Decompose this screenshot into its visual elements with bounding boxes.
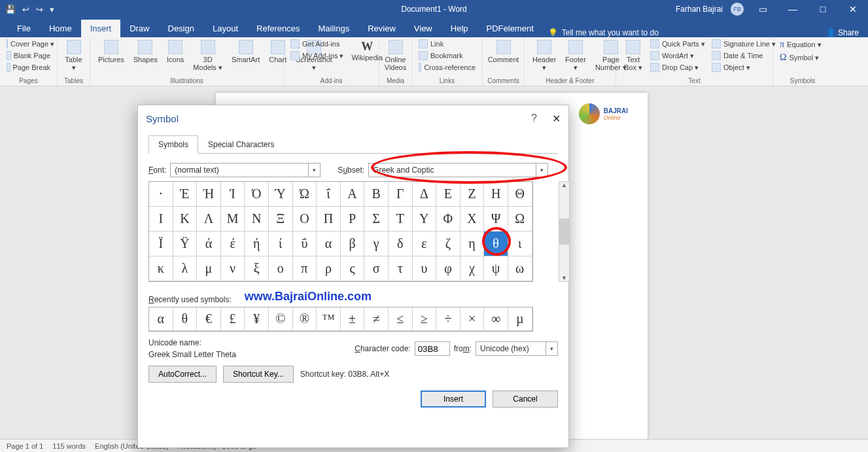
recent-symbol-cell[interactable]: ©: [269, 307, 293, 331]
online-videos-button[interactable]: Online Videos: [385, 39, 406, 73]
symbol-cell[interactable]: Υ: [413, 207, 437, 232]
qat-more-icon[interactable]: ▾: [50, 5, 54, 14]
tab-references[interactable]: References: [247, 20, 309, 37]
symbol-cell[interactable]: Ω: [508, 207, 532, 232]
equation-button[interactable]: πEquation ▾: [778, 39, 827, 50]
from-dropdown[interactable]: Unicode (hex) ▾: [476, 341, 558, 356]
my-addins-button[interactable]: My Add-ins ▾: [289, 50, 345, 61]
tab-symbols[interactable]: Symbols: [148, 135, 198, 154]
symbol-cell[interactable]: ΐ: [317, 182, 341, 207]
symbol-cell[interactable]: υ: [413, 256, 437, 281]
drop-cap-button[interactable]: Drop Cap ▾: [649, 62, 706, 73]
symbol-cell[interactable]: Ϊ: [149, 232, 173, 256]
symbol-cell[interactable]: ο: [269, 256, 293, 281]
symbol-cell[interactable]: ά: [197, 232, 221, 256]
blank-page-button[interactable]: Blank Page: [5, 50, 52, 61]
help-button[interactable]: ?: [531, 113, 537, 124]
symbol-cell[interactable]: Ϋ: [173, 232, 198, 256]
symbol-cell[interactable]: Ν: [245, 207, 269, 232]
cover-page-button[interactable]: Cover Page ▾: [5, 39, 52, 49]
symbol-cell[interactable]: χ: [460, 256, 485, 281]
symbol-cell[interactable]: Δ: [413, 182, 437, 207]
tab-draw[interactable]: Draw: [120, 20, 158, 37]
table-button[interactable]: Table▾: [63, 39, 84, 73]
symbol-cell[interactable]: δ: [389, 232, 413, 256]
quick-parts-button[interactable]: Quick Parts ▾: [649, 39, 706, 49]
recent-symbol-cell[interactable]: ≤: [389, 307, 413, 331]
symbol-cell[interactable]: Έ: [173, 182, 198, 207]
symbol-cell[interactable]: τ: [389, 256, 413, 281]
recent-symbol-cell[interactable]: ±: [341, 307, 365, 331]
get-addins-button[interactable]: Get Add-ins: [289, 39, 345, 49]
symbol-cell[interactable]: Ο: [293, 207, 317, 232]
symbol-cell[interactable]: λ: [173, 256, 198, 281]
pictures-button[interactable]: Pictures: [95, 39, 127, 65]
cancel-button[interactable]: Cancel: [493, 391, 558, 408]
symbol-cell[interactable]: ί: [269, 232, 293, 256]
shapes-button[interactable]: Shapes: [131, 39, 160, 65]
status-page[interactable]: Page 1 of 1: [7, 442, 43, 450]
symbol-cell[interactable]: Λ: [197, 207, 221, 232]
symbol-cell[interactable]: ή: [245, 232, 269, 256]
tab-help[interactable]: Help: [442, 20, 477, 37]
symbol-cell[interactable]: ψ: [484, 256, 508, 281]
ribbon-display-icon[interactable]: ▭: [752, 4, 774, 14]
recent-symbol-cell[interactable]: ¥: [245, 307, 269, 331]
symbol-cell[interactable]: β: [341, 232, 365, 256]
close-window-button[interactable]: ✕: [842, 4, 864, 14]
tab-pdfelement[interactable]: PDFelement: [477, 20, 543, 37]
symbol-cell[interactable]: θ: [484, 232, 508, 256]
tab-special-characters[interactable]: Special Characters: [198, 135, 284, 153]
recent-symbol-cell[interactable]: α: [149, 307, 173, 331]
symbol-cell[interactable]: Μ: [221, 207, 245, 232]
smartart-button[interactable]: SmartArt: [229, 39, 262, 65]
tab-insert[interactable]: Insert: [81, 20, 121, 37]
symbol-cell[interactable]: Ό: [245, 182, 269, 207]
symbol-cell[interactable]: Γ: [389, 182, 413, 207]
subset-dropdown[interactable]: Greek and Coptic ▾: [368, 163, 548, 177]
symbol-cell[interactable]: μ: [197, 256, 221, 281]
scroll-thumb[interactable]: [559, 218, 569, 245]
tab-review[interactable]: Review: [358, 20, 405, 37]
tab-design[interactable]: Design: [159, 20, 203, 37]
symbol-cell[interactable]: Κ: [173, 207, 198, 232]
tab-home[interactable]: Home: [40, 20, 81, 37]
symbol-cell[interactable]: Ψ: [484, 207, 508, 232]
grid-scrollbar[interactable]: ▲ ▼: [559, 181, 570, 282]
header-button[interactable]: Header ▾: [530, 39, 559, 73]
symbol-cell[interactable]: Ρ: [341, 207, 365, 232]
icons-button[interactable]: Icons: [164, 39, 186, 65]
tab-mailings[interactable]: Mailings: [309, 20, 359, 37]
symbol-cell[interactable]: κ: [149, 256, 173, 281]
scroll-up-icon[interactable]: ▲: [561, 182, 567, 188]
tab-file[interactable]: File: [8, 20, 40, 37]
symbol-cell[interactable]: Ι: [149, 207, 173, 232]
user-avatar[interactable]: FB: [731, 3, 744, 16]
symbol-cell[interactable]: Α: [341, 182, 365, 207]
symbol-cell[interactable]: ν: [221, 256, 245, 281]
symbol-cell[interactable]: Ί: [221, 182, 245, 207]
symbol-cell[interactable]: π: [293, 256, 317, 281]
wordart-button[interactable]: WordArt ▾: [649, 50, 706, 61]
char-code-input[interactable]: [415, 341, 450, 356]
symbol-cell[interactable]: Ζ: [460, 182, 485, 207]
scroll-down-icon[interactable]: ▼: [561, 275, 567, 281]
symbol-cell[interactable]: ξ: [245, 256, 269, 281]
recent-symbol-cell[interactable]: ®: [293, 307, 317, 331]
close-dialog-button[interactable]: ✕: [552, 113, 561, 125]
symbol-cell[interactable]: ·: [149, 182, 173, 207]
symbol-cell[interactable]: ε: [413, 232, 437, 256]
recent-symbol-cell[interactable]: ÷: [436, 307, 460, 331]
symbol-cell[interactable]: Χ: [460, 207, 485, 232]
symbol-cell[interactable]: Ξ: [269, 207, 293, 232]
symbol-cell[interactable]: Η: [484, 182, 508, 207]
recent-symbol-cell[interactable]: €: [197, 307, 221, 331]
maximize-button[interactable]: □: [812, 4, 834, 14]
undo-icon[interactable]: ↩: [22, 5, 29, 14]
symbol-cell[interactable]: ζ: [436, 232, 460, 256]
3d-models-button[interactable]: 3D Models ▾: [190, 39, 225, 73]
symbol-cell[interactable]: Π: [317, 207, 341, 232]
symbol-cell[interactable]: Β: [364, 182, 389, 207]
symbol-cell[interactable]: α: [317, 232, 341, 256]
symbol-button[interactable]: ΩSymbol ▾: [778, 52, 827, 63]
